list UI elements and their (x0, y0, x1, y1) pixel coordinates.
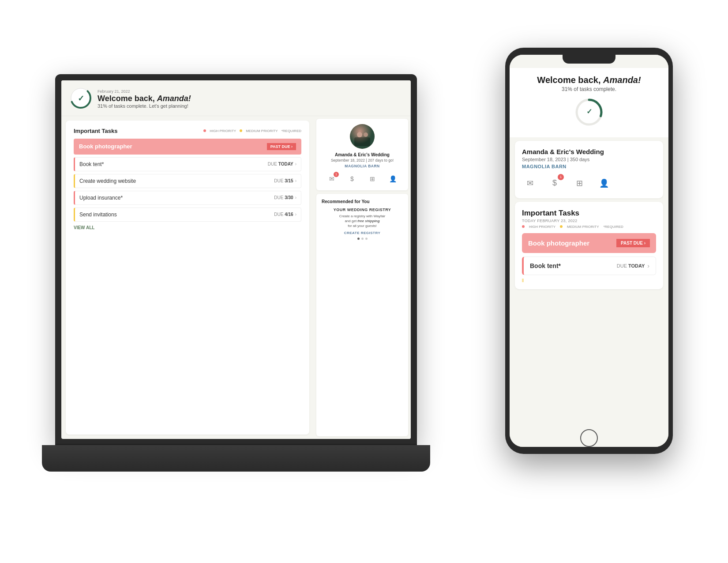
dot-1 (357, 238, 360, 240)
app-logo: ✓ (70, 87, 91, 110)
ph-tasks-title: Important Tasks (522, 209, 656, 218)
ph-wedding-actions: ✉ $ 1 ⊞ 👤 (522, 175, 656, 191)
ph-high-dot (522, 225, 525, 228)
chevron-icon: › (295, 195, 296, 200)
tasks-header: Important Tasks HIGH PRIORITY MEDIUM PRI… (74, 128, 301, 134)
laptop-welcome: February 21, 2022 Welcome back, Amanda! … (98, 89, 402, 109)
laptop-body: ✓ February 21, 2022 Welcome back, Amanda… (55, 74, 417, 445)
task-book-photographer[interactable]: Book photographer PAST DUE › (74, 139, 301, 155)
task-send-invitations[interactable]: Send invitations DUE 4/16 › (74, 208, 301, 222)
messages-badge: 1 (334, 172, 339, 177)
phone-body: Welcome back, Amanda! 31% of tasks compl… (505, 48, 673, 454)
wedding-date: September 18, 2022 | 207 days to go! (322, 158, 403, 162)
ph-medium-label: MEDIUM PRIORITY (567, 225, 599, 229)
laptop-screen: ✓ February 21, 2022 Welcome back, Amanda… (61, 80, 411, 439)
svg-rect-4 (354, 137, 370, 146)
high-priority-dot (203, 129, 206, 132)
task-book-tent[interactable]: Book tent* DUE TODAY › (74, 157, 301, 171)
tasks-legend: HIGH PRIORITY MEDIUM PRIORITY *REQUIRED (203, 129, 301, 133)
phone-content: Welcome back, Amanda! 31% of tasks compl… (510, 55, 668, 447)
high-priority-label: HIGH PRIORITY (210, 129, 236, 133)
wedding-card: Amanda & Eric's Wedding September 18, 20… (316, 119, 408, 190)
task-label: Upload insurance* (79, 195, 274, 201)
task-upload-insurance[interactable]: Upload insurance* DUE 3/30 › (74, 191, 301, 205)
right-panel: Amanda & Eric's Wedding September 18, 20… (314, 116, 411, 439)
chevron-icon: › (295, 178, 296, 183)
phone-header: Welcome back, Amanda! 31% of tasks compl… (510, 68, 668, 137)
ph-task-label: Book photographer (528, 239, 616, 247)
wedding-couple: Amanda & Eric's Wedding (322, 152, 403, 157)
laptop-content: ✓ February 21, 2022 Welcome back, Amanda… (61, 80, 411, 439)
ph-task-label: Book tent* (530, 262, 617, 269)
ph-wedding-card: Amanda & Eric's Wedding September 18, 20… (515, 141, 663, 198)
laptop-base (42, 445, 430, 472)
ph-guests-icon[interactable]: 👤 (596, 175, 612, 191)
task-wedding-website[interactable]: Create wedding website DUE 3/15 › (74, 174, 301, 188)
budget-icon[interactable]: $ (346, 173, 358, 185)
ph-progress-ring: ✓ (574, 97, 604, 128)
phone-notch (563, 55, 615, 64)
ph-welcome-title: Welcome back, Amanda! (518, 75, 660, 85)
task-label: Book photographer (79, 143, 267, 150)
svg-point-6 (364, 132, 368, 137)
ph-task-book-photographer[interactable]: Book photographer PAST DUE › (522, 233, 656, 253)
view-all-link[interactable]: VIEW ALL (74, 225, 301, 230)
create-registry-link[interactable]: CREATE REGISTRY (322, 231, 403, 235)
ph-tasks-legend: HIGH PRIORITY MEDIUM PRIORITY *REQUIRED (522, 225, 656, 229)
ph-required-label: *REQUIRED (603, 225, 623, 229)
ph-tasks-header: Important Tasks TODAY February 23, 2022 … (522, 209, 656, 229)
ph-more-tasks-indicator (522, 279, 656, 282)
ph-budget-icon[interactable]: $ 1 (547, 175, 563, 191)
wedding-avatar (350, 124, 375, 149)
wedding-actions: ✉ 1 $ ⊞ 👤 (322, 173, 403, 185)
ph-medium-dot (560, 225, 563, 228)
svg-text:✓: ✓ (586, 108, 592, 115)
recommended-card: Recommended for You YOUR WEDDING REGISTR… (316, 194, 408, 436)
ph-messages-icon[interactable]: ✉ (522, 175, 538, 191)
task-label: Create wedding website (79, 178, 274, 184)
task-label: Send invitations (79, 212, 274, 218)
task-label: Book tent* (79, 161, 268, 167)
laptop-body-content: Important Tasks HIGH PRIORITY MEDIUM PRI… (61, 116, 411, 439)
past-due-badge: PAST DUE › (267, 143, 296, 150)
phone-device: Welcome back, Amanda! 31% of tasks compl… (505, 48, 673, 454)
messages-icon[interactable]: ✉ 1 (326, 173, 338, 185)
ph-chevron-icon: › (647, 262, 649, 269)
dot-2 (361, 238, 364, 240)
chevron-icon: › (295, 212, 296, 217)
tasks-panel: Important Tasks HIGH PRIORITY MEDIUM PRI… (66, 121, 309, 435)
tasks-title: Important Tasks (74, 128, 117, 134)
ph-high-label: HIGH PRIORITY (529, 225, 555, 229)
laptop-device: ✓ February 21, 2022 Welcome back, Amanda… (55, 74, 417, 472)
rec-heading: YOUR WEDDING REGISTRY (322, 208, 403, 212)
wedding-venue: MAGNOLIA BARN (322, 164, 403, 168)
laptop-header: ✓ February 21, 2022 Welcome back, Amanda… (61, 80, 411, 116)
task-due: DUE 3/30 (274, 195, 293, 200)
ph-wedding-date: September 18, 2023 | 350 days (522, 157, 656, 162)
ph-task-due: DUE TODAY (617, 263, 645, 268)
ph-task-book-tent[interactable]: Book tent* DUE TODAY › (522, 257, 656, 275)
guests-icon[interactable]: 👤 (387, 173, 399, 185)
ph-wedding-couple: Amanda & Eric's Wedding (522, 148, 656, 155)
task-due: DUE 3/15 (274, 178, 293, 183)
welcome-subtitle: 31% of tasks complete. Let's get plannin… (98, 103, 402, 109)
svg-point-5 (357, 132, 362, 137)
recommended-content: YOUR WEDDING REGISTRY Create a registry … (322, 208, 403, 240)
ph-tasks-date: TODAY February 23, 2022 (522, 219, 656, 223)
rec-body: Create a registry with Wayfairand get fr… (322, 214, 403, 229)
welcome-title: Welcome back, Amanda! (98, 94, 402, 103)
required-label: *REQUIRED (281, 129, 301, 133)
checklist-icon[interactable]: ⊞ (366, 173, 379, 185)
ph-checklist-icon[interactable]: ⊞ (571, 175, 587, 191)
welcome-date: February 21, 2022 (98, 89, 402, 94)
ph-welcome-sub: 31% of tasks complete. (518, 86, 660, 92)
ph-tasks-card: Important Tasks TODAY February 23, 2022 … (515, 202, 663, 289)
medium-priority-label: MEDIUM PRIORITY (246, 129, 278, 133)
ph-budget-badge: 1 (558, 174, 564, 180)
task-due: DUE TODAY (268, 162, 293, 166)
medium-priority-dot (240, 129, 242, 132)
task-due: DUE 4/16 (274, 212, 293, 217)
phone-home-button[interactable] (580, 429, 598, 447)
ph-past-due-badge: PAST DUE › (616, 239, 650, 247)
scene: ✓ February 21, 2022 Welcome back, Amanda… (55, 39, 673, 525)
